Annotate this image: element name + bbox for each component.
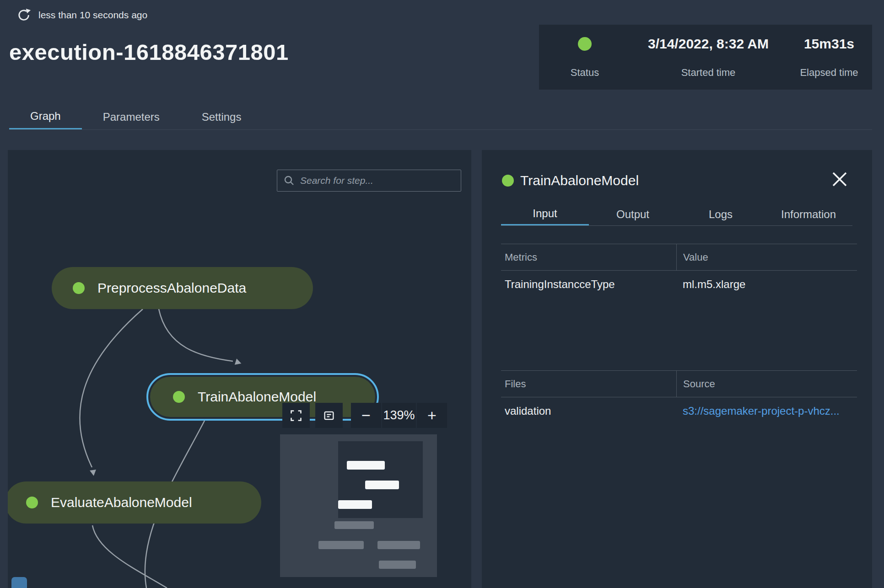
minimap-node <box>377 541 420 549</box>
tab-settings[interactable]: Settings <box>181 104 263 129</box>
fit-to-screen-button[interactable] <box>282 403 310 428</box>
minimap-node <box>347 461 385 470</box>
file-name: validation <box>501 405 676 417</box>
node-evaluate-abalone-model[interactable]: EvaluateAbaloneModel <box>8 481 261 524</box>
dag-canvas[interactable]: PreprocessAbaloneData TrainAbaloneModel … <box>8 150 471 588</box>
step-details-header: TrainAbaloneModel <box>502 173 639 188</box>
minimap-node <box>379 561 416 569</box>
column-header-metrics: Metrics <box>501 244 676 270</box>
status-label: Status <box>571 67 599 79</box>
auto-layout-icon <box>323 409 335 422</box>
step-details-title: TrainAbaloneModel <box>520 173 639 188</box>
tab-graph[interactable]: Graph <box>9 104 82 129</box>
tab-input[interactable]: Input <box>501 203 589 225</box>
step-search-box <box>277 170 461 192</box>
metric-name: TrainingInstancceType <box>501 278 676 291</box>
execution-status-panel: Status 3/14/2022, 8:32 AM Started time 1… <box>539 25 872 90</box>
node-status-dot <box>73 282 85 294</box>
graph-toolbar: − 139% + <box>282 403 447 428</box>
last-refreshed-text: less than 10 seconds ago <box>38 10 147 21</box>
tab-logs[interactable]: Logs <box>677 203 765 225</box>
zoom-level: 139% <box>382 403 416 428</box>
status-success-dot <box>578 37 592 51</box>
minimap-node <box>365 481 399 489</box>
started-time-column: 3/14/2022, 8:32 AM Started time <box>631 25 786 90</box>
table-row: TrainingInstancceType ml.m5.xlarge <box>501 271 857 291</box>
plus-icon: + <box>427 406 437 424</box>
column-header-source: Source <box>676 371 857 397</box>
step-search-input[interactable] <box>299 175 454 187</box>
tab-information[interactable]: Information <box>765 203 852 225</box>
search-icon <box>284 175 295 186</box>
column-header-files: Files <box>501 371 676 397</box>
partial-node-offscreen[interactable] <box>11 577 27 588</box>
node-label: EvaluateAbaloneModel <box>51 495 192 510</box>
metric-value: ml.m5.xlarge <box>676 278 857 291</box>
step-details-tabbar: Input Output Logs Information <box>501 203 852 226</box>
refresh-icon[interactable] <box>17 8 31 22</box>
status-column: Status <box>539 25 631 90</box>
minus-icon: − <box>361 406 371 424</box>
node-label: TrainAbaloneModel <box>198 389 316 405</box>
started-time-value: 3/14/2022, 8:32 AM <box>648 36 769 52</box>
minimap-node <box>338 500 372 509</box>
files-table-header: Files Source <box>501 370 857 397</box>
tab-output[interactable]: Output <box>589 203 677 225</box>
auto-layout-button[interactable] <box>315 403 343 428</box>
table-row: validation s3://sagemaker-project-p-vhcz… <box>501 397 857 417</box>
metrics-table: Metrics Value TrainingInstancceType ml.m… <box>501 244 857 291</box>
zoom-in-button[interactable]: + <box>417 403 447 428</box>
column-header-value: Value <box>676 244 857 270</box>
step-status-dot <box>502 175 514 187</box>
elapsed-time-label: Elapsed time <box>800 67 858 79</box>
node-status-dot <box>26 497 38 508</box>
page-title: execution-1618846371801 <box>9 39 289 65</box>
node-label: PreprocessAbaloneData <box>97 280 246 296</box>
tab-parameters[interactable]: Parameters <box>82 104 181 129</box>
file-source-link[interactable]: s3://sagemaker-project-p-vhcz... <box>676 405 857 417</box>
node-preprocess-abalone-data[interactable]: PreprocessAbaloneData <box>52 267 313 309</box>
minimap-node <box>318 541 364 549</box>
node-status-dot <box>173 391 185 403</box>
close-icon[interactable] <box>830 170 849 188</box>
execution-tabbar: Graph Parameters Settings <box>9 104 872 130</box>
minimap-node <box>334 521 374 529</box>
elapsed-time-value: 15m31s <box>804 36 854 52</box>
fit-to-screen-icon <box>290 409 302 422</box>
files-table: Files Source validation s3://sagemaker-p… <box>501 370 857 417</box>
started-time-label: Started time <box>681 67 736 79</box>
metrics-table-header: Metrics Value <box>501 244 857 271</box>
step-details-panel: TrainAbaloneModel Input Output Logs Info… <box>482 150 872 588</box>
zoom-out-button[interactable]: − <box>351 403 381 428</box>
elapsed-time-column: 15m31s Elapsed time <box>786 25 872 90</box>
graph-minimap[interactable] <box>280 434 437 577</box>
refresh-row: less than 10 seconds ago <box>17 8 147 22</box>
